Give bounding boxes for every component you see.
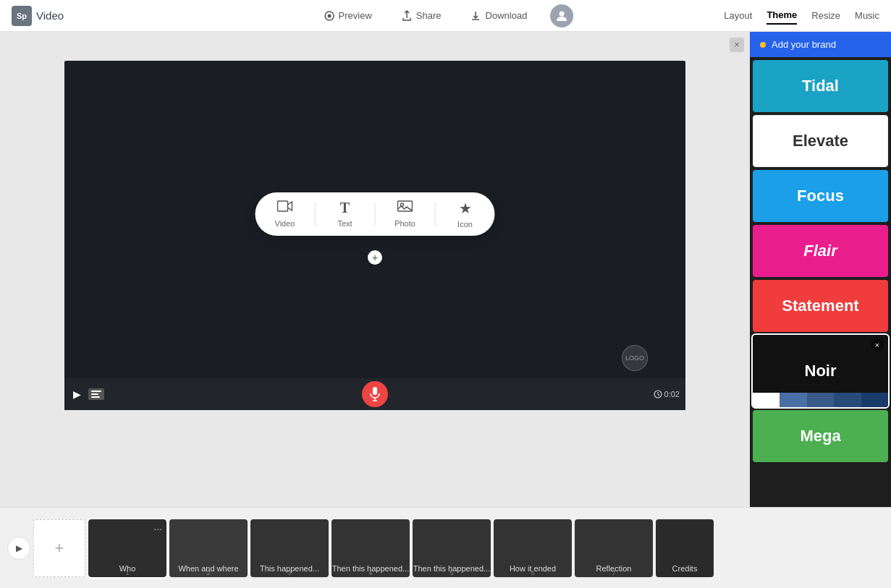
theme-noir-label: Noir <box>805 362 837 380</box>
nav-music[interactable]: Music <box>855 7 879 24</box>
slide-credits[interactable]: Credits <box>656 519 714 577</box>
divider-1 <box>315 203 316 226</box>
text-icon: T <box>340 200 350 216</box>
theme-elevate-label: Elevate <box>793 132 848 150</box>
close-button[interactable]: × <box>730 38 744 52</box>
slide-then-1-number: 4 <box>332 569 410 577</box>
theme-list: Tidal Elevate Focus Flair Statement × No… <box>750 57 891 468</box>
add-element-popup: Video T Text Photo ★ Icon <box>256 192 495 236</box>
add-video-item[interactable]: Video <box>270 200 300 228</box>
logo-badge: Sp <box>12 6 32 26</box>
add-text-item[interactable]: T Text <box>330 200 360 228</box>
download-button[interactable]: Download <box>465 7 533 25</box>
header-center-actions: Preview Share Download <box>318 4 574 27</box>
share-label: Share <box>416 10 442 21</box>
video-controls-bar: ▶ 0:02 <box>64 378 685 410</box>
icon-icon: ★ <box>459 200 472 217</box>
theme-tidal-label: Tidal <box>802 77 839 95</box>
main-area: × Video T Text <box>0 32 891 507</box>
app-title: Video <box>36 9 64 22</box>
nav-theme[interactable]: Theme <box>767 7 797 25</box>
svg-rect-8 <box>91 396 100 398</box>
preview-button[interactable]: Preview <box>318 7 378 25</box>
slide-how-ended[interactable]: How it ended 6 <box>494 519 572 577</box>
slide-credits-label: Credits <box>656 564 714 573</box>
logo-watermark: LOGO <box>622 345 648 371</box>
logo-area: Sp Video <box>12 6 64 26</box>
slide-then-1[interactable]: Then this happened... 4 <box>332 519 410 577</box>
nav-resize[interactable]: Resize <box>811 7 840 24</box>
time-display: 0:02 <box>654 390 680 399</box>
noir-swatch-4[interactable] <box>861 393 888 407</box>
add-slide-button[interactable]: + <box>33 519 85 577</box>
time-value: 0:02 <box>664 390 680 399</box>
divider-3 <box>435 203 436 226</box>
noir-swatch-1[interactable] <box>780 393 806 407</box>
svg-point-2 <box>559 11 565 16</box>
slide-who-dots[interactable]: ··· <box>153 523 162 534</box>
slide-reflection-number: 7 <box>575 569 653 577</box>
slide-how-ended-number: 6 <box>494 569 572 577</box>
add-photo-label: Photo <box>394 219 415 228</box>
slide-who[interactable]: ··· Who 1 <box>88 519 166 577</box>
theme-elevate[interactable]: Elevate <box>753 115 888 167</box>
timeline-play-button[interactable]: ▶ <box>7 537 30 560</box>
timeline: ▶ + ··· Who 1 When and where 2 This happ… <box>0 507 891 588</box>
slide-when-where-number: 2 <box>169 569 248 577</box>
theme-tidal[interactable]: Tidal <box>753 60 888 112</box>
slide-this-happened-number: 3 <box>250 569 329 577</box>
slide-who-number: 1 <box>88 569 166 577</box>
header: Sp Video Preview Share Download Layout T… <box>0 0 891 32</box>
slide-then-2-number: 5 <box>413 569 491 577</box>
svg-rect-9 <box>373 387 377 395</box>
noir-swatches <box>753 393 888 407</box>
play-button[interactable]: ▶ <box>73 388 81 400</box>
theme-mega-label: Mega <box>800 427 840 446</box>
theme-noir-close[interactable]: × <box>871 338 884 351</box>
add-photo-item[interactable]: Photo <box>390 200 421 228</box>
noir-swatch-2[interactable] <box>807 393 834 407</box>
photo-icon <box>397 200 413 216</box>
theme-sidebar: Add your brand Tidal Elevate Focus Flair… <box>750 32 891 507</box>
mic-button[interactable] <box>362 381 388 407</box>
slide-reflection[interactable]: Reflection 7 <box>575 519 653 577</box>
divider-2 <box>375 203 376 226</box>
add-video-label: Video <box>275 219 295 228</box>
plus-button[interactable]: + <box>368 250 382 265</box>
noir-swatch-0[interactable] <box>753 393 780 407</box>
brand-dot <box>760 42 766 48</box>
slide-then-2[interactable]: Then this happened... 5 <box>413 519 491 577</box>
slide-when-where[interactable]: When and where 2 <box>169 519 248 577</box>
add-text-label: Text <box>337 219 352 228</box>
add-brand-bar[interactable]: Add your brand <box>750 32 891 57</box>
theme-statement[interactable]: Statement <box>753 280 888 332</box>
theme-focus[interactable]: Focus <box>753 170 888 222</box>
svg-rect-3 <box>278 201 288 211</box>
brand-label: Add your brand <box>772 39 836 50</box>
noir-swatch-3[interactable] <box>834 393 861 407</box>
video-icon <box>277 200 293 216</box>
subtitles-icon[interactable] <box>88 388 104 400</box>
nav-layout[interactable]: Layout <box>724 7 752 24</box>
add-icon-item[interactable]: ★ Icon <box>450 200 481 229</box>
theme-mega[interactable]: Mega <box>753 410 888 462</box>
header-nav: Layout Theme Resize Music <box>724 7 879 25</box>
download-label: Download <box>486 10 528 21</box>
share-button[interactable]: Share <box>395 7 447 25</box>
user-avatar[interactable] <box>550 4 573 27</box>
theme-statement-label: Statement <box>782 297 858 315</box>
video-frame: Video T Text Photo ★ Icon <box>64 61 685 410</box>
theme-noir[interactable]: × Noir <box>753 335 888 407</box>
svg-rect-6 <box>91 391 101 392</box>
slide-this-happened[interactable]: This happened... 3 <box>250 519 329 577</box>
svg-rect-7 <box>91 393 98 395</box>
add-icon-label: Icon <box>457 220 473 229</box>
theme-flair-label: Flair <box>803 242 837 260</box>
theme-focus-label: Focus <box>797 187 844 205</box>
theme-flair[interactable]: Flair <box>753 225 888 277</box>
canvas-area: × Video T Text <box>0 32 750 507</box>
svg-point-1 <box>327 14 331 17</box>
preview-label: Preview <box>339 10 372 21</box>
